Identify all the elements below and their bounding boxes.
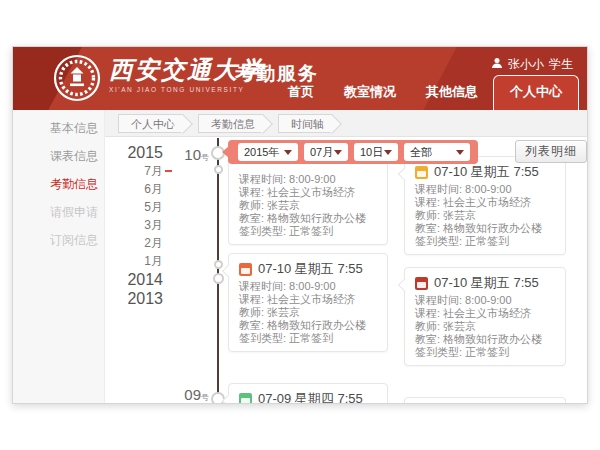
filter-bar: 2015年 07月 10日 全部: [228, 140, 478, 164]
timeline-year-2015[interactable]: 2015: [119, 143, 163, 162]
user-info[interactable]: 张小小 学生: [491, 56, 573, 73]
breadcrumb: 个人中心 考勤信息 时间轴: [105, 110, 587, 137]
timeline-month-jun[interactable]: 6月: [119, 180, 163, 198]
sidebar-item-attendance-active[interactable]: 考勤信息: [13, 170, 104, 198]
attendance-card-clipped: [404, 397, 566, 404]
sidebar-item-leave-request[interactable]: 请假申请: [13, 198, 104, 226]
chevron-down-icon: [456, 150, 464, 155]
timeline-month-mar[interactable]: 3月: [119, 216, 163, 234]
user-role: 学生: [549, 56, 573, 73]
chevron-down-icon: [384, 150, 392, 155]
attendance-card: 07-10 星期五 7:55 课程时间: 8:00-9:00 课程: 社会主义市…: [228, 253, 388, 352]
day-marker-10: 10号: [175, 146, 209, 163]
page: 西安交通大学 XI'AN JIAO TONG UNIVERSITY 考勤服务 张…: [0, 0, 600, 450]
breadcrumb-personal-center[interactable]: 个人中心: [118, 114, 184, 133]
month-dropdown[interactable]: 07月: [304, 143, 348, 161]
header: 西安交通大学 XI'AN JIAO TONG UNIVERSITY 考勤服务 张…: [13, 47, 587, 110]
current-month-marker: [165, 170, 172, 172]
calendar-icon: [415, 166, 428, 179]
timeline-month-feb[interactable]: 2月: [119, 234, 163, 252]
timeline-month-jan[interactable]: 1月: [119, 252, 163, 270]
timeline-axis: [217, 138, 219, 403]
university-logo: [53, 54, 101, 102]
type-dropdown[interactable]: 全部: [404, 143, 470, 161]
timeline-year-list: 2015 7月 6月 5月 3月 2月 1月 2014 2013: [119, 143, 163, 308]
timeline-node: [214, 260, 223, 269]
card-title: 07-10 星期五 7:55: [434, 163, 539, 181]
chevron-down-icon: [334, 150, 342, 155]
calendar-icon: [239, 263, 252, 276]
sidebar-item-timetable[interactable]: 课表信息: [13, 142, 104, 170]
user-name: 张小小: [508, 56, 544, 73]
year-dropdown[interactable]: 2015年: [238, 143, 298, 161]
day-marker-09: 09号: [175, 386, 209, 403]
main-content: 个人中心 考勤信息 时间轴 2015 7月 6月 5月 3月 2月 1月: [105, 110, 587, 403]
nav-item-classrooms[interactable]: 教室情况: [329, 83, 411, 110]
list-detail-button[interactable]: 列表明细: [515, 140, 587, 163]
top-nav: 首页 教室情况 其他信息 个人中心: [273, 75, 579, 110]
attendance-card: 07-10 星期五 7:55 课程时间: 8:00-9:00 课程: 社会主义市…: [404, 267, 566, 366]
body: 基本信息 课表信息 考勤信息 请假申请 订阅信息 个人中心 考勤信息 时间轴 2…: [13, 110, 587, 403]
attendance-card-clipped: 07-09 星期四 7:55: [228, 383, 388, 404]
nav-item-personal-center-active[interactable]: 个人中心: [493, 75, 579, 110]
timeline-node: [214, 165, 223, 174]
timeline-year-2014[interactable]: 2014: [119, 270, 163, 289]
card-title: 07-10 星期五 7:55: [434, 274, 539, 292]
user-icon: [491, 57, 503, 72]
university-name-en: XI'AN JIAO TONG UNIVERSITY: [109, 86, 265, 93]
breadcrumb-timeline[interactable]: 时间轴: [278, 114, 333, 133]
timeline-node: [213, 273, 224, 284]
chevron-down-icon: [284, 150, 292, 155]
timeline-year-2013[interactable]: 2013: [119, 289, 163, 308]
sidebar-item-basic-info[interactable]: 基本信息: [13, 114, 104, 142]
card-title: 07-10 星期五 7:55: [258, 260, 363, 278]
attendance-card: 07-10 星期五 7:55 课程时间: 8:00-9:00 课程: 社会主义市…: [404, 156, 566, 255]
calendar-icon: [239, 393, 252, 405]
sidebar: 基本信息 课表信息 考勤信息 请假申请 订阅信息: [13, 110, 105, 403]
nav-item-home[interactable]: 首页: [273, 83, 329, 110]
calendar-icon: [415, 277, 428, 290]
sidebar-item-subscription[interactable]: 订阅信息: [13, 226, 104, 254]
day-dropdown[interactable]: 10日: [354, 143, 398, 161]
card-title: 07-09 星期四 7:55: [258, 390, 363, 404]
app-window: 西安交通大学 XI'AN JIAO TONG UNIVERSITY 考勤服务 张…: [12, 46, 588, 404]
nav-item-other-info[interactable]: 其他信息: [411, 83, 493, 110]
timeline-month-jul[interactable]: 7月: [119, 162, 163, 180]
breadcrumb-attendance[interactable]: 考勤信息: [198, 114, 264, 133]
timeline-month-may[interactable]: 5月: [119, 198, 163, 216]
